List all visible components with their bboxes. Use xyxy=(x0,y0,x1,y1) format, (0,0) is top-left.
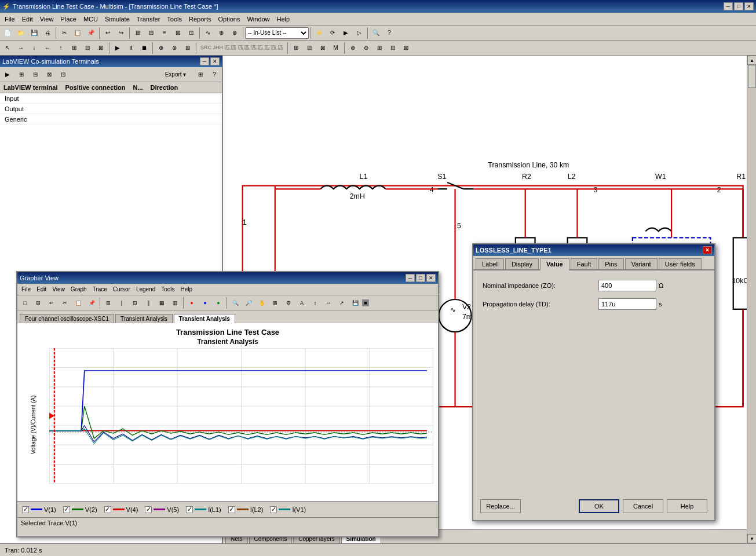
dialog-tab-variant[interactable]: Variant xyxy=(625,258,658,269)
max-button[interactable]: □ xyxy=(734,2,743,10)
toolbar-new[interactable]: 📄 xyxy=(1,27,14,39)
gmenu-view[interactable]: View xyxy=(49,286,68,293)
toolbar-b8[interactable]: ⊗ xyxy=(228,27,241,39)
toolbar2-view4[interactable]: ⊟ xyxy=(386,42,399,54)
gt-v5[interactable]: ▥ xyxy=(169,297,181,309)
menu-help[interactable]: Help xyxy=(273,14,294,24)
toolbar2-sim2[interactable]: ⊗ xyxy=(168,42,181,54)
lv-btn5[interactable]: ⊡ xyxy=(57,68,70,81)
dialog-tab-pins[interactable]: Pins xyxy=(598,258,623,269)
toolbar-cut[interactable]: ✂ xyxy=(58,27,71,39)
in-use-list[interactable]: -- In-Use List -- xyxy=(245,27,309,39)
toolbar2-b6[interactable]: ⊞ xyxy=(68,42,81,54)
toolbar2-b2[interactable]: → xyxy=(14,42,27,54)
legend-il1-check[interactable]: ✓ xyxy=(186,506,193,513)
gt-stop[interactable]: ■ xyxy=(362,299,369,306)
vscrollbar[interactable]: ▲ ▼ xyxy=(747,56,756,543)
toolbar2-m1[interactable]: M xyxy=(330,42,342,54)
ok-button[interactable]: OK xyxy=(579,499,619,513)
gt-undo[interactable]: ↩ xyxy=(45,297,58,309)
dialog-close[interactable]: ✕ xyxy=(703,246,712,254)
gt-zoom-out[interactable]: 🔎 xyxy=(242,297,255,309)
toolbar-copy[interactable]: 📋 xyxy=(71,27,84,39)
gt-zoom-in[interactable]: 🔍 xyxy=(229,297,242,309)
gt-b1[interactable]: □ xyxy=(19,297,31,309)
toolbar2-z2[interactable]: ⊟ xyxy=(303,42,316,54)
lv-btn2[interactable]: ⊞ xyxy=(15,68,28,81)
toolbar2-b8[interactable]: ⊠ xyxy=(94,42,107,54)
toolbar2-b5[interactable]: ↑ xyxy=(54,42,67,54)
gmenu-cursor[interactable]: Cursor xyxy=(110,286,133,293)
toolbar-zoom[interactable]: 🔍 xyxy=(370,27,382,39)
labview-close[interactable]: ✕ xyxy=(210,57,220,65)
gt-paste[interactable]: 📌 xyxy=(85,297,98,309)
toolbar2-b1[interactable]: ↖ xyxy=(1,42,14,54)
grapher-max[interactable]: □ xyxy=(416,274,425,282)
menu-view[interactable]: View xyxy=(36,14,57,24)
gmenu-legend[interactable]: Legend xyxy=(133,286,158,293)
scroll-up[interactable]: ▲ xyxy=(747,56,756,65)
scroll-down[interactable]: ▼ xyxy=(747,534,756,543)
toolbar2-b4[interactable]: ← xyxy=(41,42,54,54)
toolbar-b3[interactable]: ≡ xyxy=(158,27,171,39)
gt-exp[interactable]: A xyxy=(295,297,308,309)
gt-grid[interactable]: ⊞ xyxy=(102,297,115,309)
toolbar2-z1[interactable]: ⊞ xyxy=(290,42,302,54)
legend-v4-check[interactable]: ✓ xyxy=(104,506,111,513)
menu-place[interactable]: Place xyxy=(57,14,80,24)
close-button[interactable]: ✕ xyxy=(744,2,754,10)
impedance-input[interactable] xyxy=(598,280,656,291)
delay-input[interactable] xyxy=(598,298,656,310)
gmenu-graph[interactable]: Graph xyxy=(68,286,90,293)
toolbar-b11[interactable]: ▶ xyxy=(339,27,352,39)
legend-il2-check[interactable]: ✓ xyxy=(228,506,235,513)
toolbar-b9[interactable]: ⚡ xyxy=(313,27,326,39)
toolbar-print[interactable]: 🖨 xyxy=(41,27,54,39)
dialog-tab-fault[interactable]: Fault xyxy=(571,258,597,269)
legend-v5-check[interactable]: ✓ xyxy=(145,506,152,513)
menu-mcu[interactable]: MCU xyxy=(80,14,101,24)
toolbar2-view3[interactable]: ⊞ xyxy=(373,42,386,54)
legend-iv1-check[interactable]: ✓ xyxy=(270,506,277,513)
toolbar2-sim3[interactable]: ⊞ xyxy=(181,42,194,54)
toolbar-save[interactable]: 💾 xyxy=(28,27,41,39)
gmenu-trace[interactable]: Trace xyxy=(90,286,110,293)
lv-btn4[interactable]: ⊠ xyxy=(43,68,56,81)
help-button[interactable]: Help xyxy=(667,499,707,513)
gt-fit[interactable]: ⊠ xyxy=(269,297,282,309)
lv-help[interactable]: ? xyxy=(208,68,221,81)
gmenu-edit[interactable]: Edit xyxy=(34,286,49,293)
toolbar-b10[interactable]: ⟳ xyxy=(326,27,339,39)
toolbar-open[interactable]: 📁 xyxy=(14,27,27,39)
toolbar-b5[interactable]: ⊡ xyxy=(185,27,198,39)
dialog-tab-label[interactable]: Label xyxy=(476,258,504,269)
gt-cur2[interactable]: ↔ xyxy=(322,297,335,309)
gmenu-file[interactable]: File xyxy=(19,286,34,293)
toolbar2-b9[interactable]: ▶ xyxy=(111,42,124,54)
menu-simulate[interactable]: Simulate xyxy=(101,14,133,24)
toolbar2-fit[interactable]: ⊠ xyxy=(400,42,412,54)
replace-button[interactable]: Replace... xyxy=(480,499,521,513)
gt-b2[interactable]: ⊞ xyxy=(32,297,45,309)
toolbar2-view2[interactable]: ⊖ xyxy=(360,42,372,54)
gt-v4[interactable]: ▦ xyxy=(155,297,168,309)
menu-options[interactable]: Options xyxy=(215,14,244,24)
lv-btn6[interactable]: ⊞ xyxy=(194,68,207,81)
menu-window[interactable]: Window xyxy=(243,14,273,24)
gt-save[interactable]: 💾 xyxy=(349,297,361,309)
toolbar-b1[interactable]: ⊞ xyxy=(132,27,144,39)
toolbar2-b3[interactable]: ↓ xyxy=(28,42,41,54)
tab-transient1[interactable]: Transient Analysis xyxy=(115,314,173,323)
gt-copy[interactable]: 📋 xyxy=(72,297,85,309)
grapher-min[interactable]: ─ xyxy=(406,274,415,282)
menu-transfer[interactable]: Transfer xyxy=(133,14,164,24)
gt-v2[interactable]: ⊟ xyxy=(129,297,141,309)
gt-cur1[interactable]: ↕ xyxy=(309,297,322,309)
toolbar2-view1[interactable]: ⊕ xyxy=(346,42,359,54)
toolbar2-z3[interactable]: ⊠ xyxy=(316,42,329,54)
menu-file[interactable]: File xyxy=(1,14,19,24)
toolbar-redo[interactable]: ↪ xyxy=(115,27,127,39)
toolbar2-sim1[interactable]: ⊕ xyxy=(155,42,167,54)
toolbar2-b7[interactable]: ⊟ xyxy=(81,42,94,54)
gmenu-help[interactable]: Help xyxy=(178,286,196,293)
